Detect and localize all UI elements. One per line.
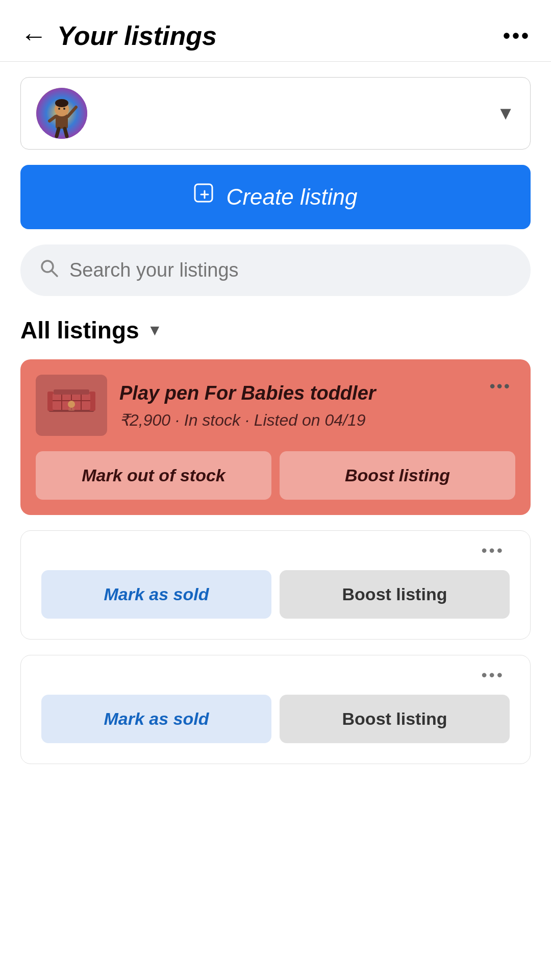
listing-card: ••• Mark as sold Boost listing <box>20 655 531 764</box>
svg-point-3 <box>55 99 68 107</box>
listing-status: · <box>175 411 184 429</box>
listing-price: ₹2,900 <box>119 411 170 429</box>
avatar <box>36 88 87 139</box>
boost-listing-button[interactable]: Boost listing <box>280 695 510 743</box>
mark-out-of-stock-button[interactable]: Mark out of stock <box>36 451 271 500</box>
listing-more-button[interactable]: ••• <box>21 655 530 690</box>
listings-filter-header: All listings ▼ <box>20 316 531 344</box>
mark-as-sold-button[interactable]: Mark as sold <box>41 695 271 743</box>
listing-actions: Mark as sold Boost listing <box>21 565 530 639</box>
header-left: ← Your listings <box>20 20 217 51</box>
listings-filter-label: All listings <box>20 316 139 344</box>
pencil-icon <box>194 183 216 206</box>
boost-listing-button[interactable]: Boost listing <box>280 570 510 619</box>
listing-stock: In stock <box>184 411 240 429</box>
svg-point-5 <box>63 108 65 110</box>
profile-dropdown-arrow[interactable]: ▼ <box>496 103 515 124</box>
listing-thumbnail <box>36 375 107 436</box>
listing-card: Play pen For Babies toddler ₹2,900 · In … <box>20 359 531 515</box>
listing-date-sep: · <box>245 411 254 429</box>
header-more-button[interactable]: ••• <box>503 24 531 47</box>
listing-more-button[interactable]: ••• <box>485 375 515 398</box>
search-input[interactable] <box>69 259 512 281</box>
listing-date: Listed on 04/19 <box>254 411 366 429</box>
svg-line-9 <box>65 129 67 136</box>
header: ← Your listings ••• <box>0 0 551 62</box>
create-listing-label: Create listing <box>227 184 358 210</box>
listing-card-top: Play pen For Babies toddler ₹2,900 · In … <box>20 359 531 446</box>
back-button[interactable]: ← <box>20 20 47 51</box>
svg-rect-1 <box>56 114 68 129</box>
listing-actions: Mark out of stock Boost listing <box>20 446 531 515</box>
listing-actions: Mark as sold Boost listing <box>21 690 530 764</box>
listing-meta: ₹2,900 · In stock · Listed on 04/19 <box>119 410 473 430</box>
listings-filter-dropdown[interactable]: ▼ <box>147 322 163 339</box>
avatar-image <box>36 88 87 139</box>
search-icon-svg <box>39 258 59 278</box>
listing-more-button[interactable]: ••• <box>21 531 530 565</box>
listing-card: ••• Mark as sold Boost listing <box>20 530 531 640</box>
listing-name: Play pen For Babies toddler <box>119 381 473 406</box>
page-title: Your listings <box>57 20 217 51</box>
profile-selector[interactable]: ▼ <box>20 77 531 150</box>
listing-info: Play pen For Babies toddler ₹2,900 · In … <box>119 381 473 429</box>
svg-line-8 <box>57 129 59 136</box>
svg-point-4 <box>58 108 60 110</box>
svg-line-14 <box>52 271 57 276</box>
mark-as-sold-button[interactable]: Mark as sold <box>41 570 271 619</box>
search-bar <box>20 244 531 296</box>
svg-rect-23 <box>54 389 89 395</box>
search-icon <box>39 258 59 283</box>
boost-listing-button[interactable]: Boost listing <box>280 451 515 500</box>
svg-point-24 <box>68 401 75 408</box>
svg-rect-10 <box>195 184 212 202</box>
create-listing-button[interactable]: Create listing <box>20 165 531 229</box>
create-listing-icon <box>194 183 216 211</box>
svg-rect-25 <box>68 408 74 411</box>
playpen-image <box>43 382 99 428</box>
